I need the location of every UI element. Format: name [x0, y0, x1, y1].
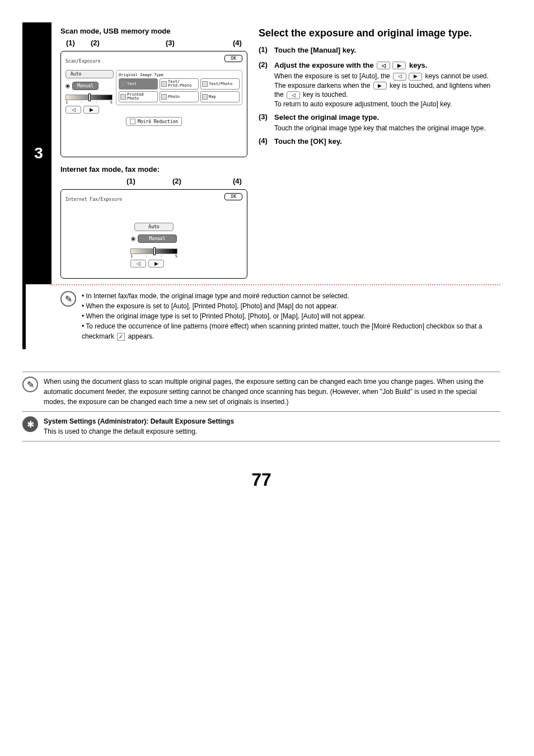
right-arrow-icon: ▶	[373, 82, 387, 90]
right-arrow-icon: ▶	[409, 73, 422, 81]
footer-note-1: When using the document glass to scan mu…	[44, 377, 500, 407]
left-arrow-icon: ◁	[377, 62, 390, 69]
gear-icon: ✱	[22, 416, 38, 432]
substep-1-title: Touch the [Manual] key.	[274, 45, 500, 55]
darken-button-2[interactable]: ▶	[148, 260, 164, 267]
exposure-bar	[65, 95, 113, 100]
mode-title-scan: Scan mode, USB memory mode	[60, 27, 247, 35]
type-photo[interactable]: Photo	[160, 91, 199, 102]
callout-4b: (4)	[233, 177, 242, 185]
type-text-prtd-photo[interactable]: Text/ Prtd.Photo	[160, 78, 199, 90]
manual-radio-icon-2	[131, 237, 135, 241]
right-arrow-icon: ▶	[392, 62, 406, 69]
scale-max: 5	[110, 100, 113, 105]
callout-2b: (2)	[172, 177, 181, 185]
manual-tab[interactable]: Manual	[72, 82, 99, 90]
ok-button-2[interactable]: OK	[224, 193, 242, 200]
note-list: In Internet fax/fax mode, the original i…	[82, 291, 495, 341]
scale-max-2: 5	[175, 254, 177, 259]
substep-3-num: (3)	[259, 112, 274, 133]
moire-reduction-checkbox[interactable]: Moiré Reduction	[126, 117, 182, 126]
type-text[interactable]: Text	[119, 78, 158, 90]
substep-4-title: Touch the [OK] key.	[274, 137, 500, 147]
manual-radio-icon	[65, 84, 70, 88]
step-heading: Select the exposure and original image t…	[259, 27, 500, 40]
type-printed-photo[interactable]: Printed Photo	[119, 91, 158, 102]
page-number: 77	[22, 469, 500, 490]
step-number: 3	[26, 22, 51, 284]
manual-tab-2[interactable]: Manual	[138, 234, 177, 243]
darken-button[interactable]: ▶	[83, 106, 99, 114]
ok-button[interactable]: OK	[224, 55, 242, 62]
type-map[interactable]: Map	[200, 91, 240, 102]
panel-header: Scan/Exposure	[65, 59, 101, 64]
scan-exposure-panel: Scan/Exposure OK Auto Manual 1··5 ◁	[60, 51, 247, 157]
lighten-button-2[interactable]: ◁	[130, 260, 146, 267]
mode-title-ifax: Internet fax mode, fax mode:	[60, 165, 247, 173]
original-image-type-box: Original Image Type Text Text/ Prtd.Phot…	[116, 70, 242, 105]
note-icon: ✎	[22, 377, 38, 392]
type-text-photo[interactable]: Text/Photo	[200, 78, 240, 90]
auto-tab-2[interactable]: Auto	[134, 223, 174, 231]
footer-note-2: System Settings (Administrator): Default…	[44, 416, 500, 436]
callout-3: (3)	[166, 39, 175, 47]
substep-4-num: (4)	[259, 137, 274, 148]
substep-2-num: (2)	[259, 60, 274, 109]
callout-1b: (1)	[127, 177, 135, 185]
substep-3-title: Select the original image type.	[274, 112, 500, 123]
left-arrow-icon: ◁	[393, 73, 406, 81]
exposure-bar-2	[130, 248, 177, 254]
note-icon: ✎	[60, 291, 76, 307]
substep-2-title: Adjust the exposure with the ◁▶ keys.	[274, 60, 500, 71]
panel-header-2: Internet Fax/Exposure	[65, 197, 122, 202]
substep-1-num: (1)	[259, 45, 274, 57]
callout-1: (1)	[66, 39, 75, 47]
substep-2-desc: When the exposure is set to [Auto], the …	[274, 72, 500, 109]
scale-min-2: 1	[130, 254, 133, 259]
callout-2: (2)	[91, 39, 100, 47]
scale-min: 1	[65, 100, 68, 105]
callout-4: (4)	[233, 39, 242, 47]
substep-3-desc: Touch the original image type key that m…	[274, 124, 500, 133]
orig-type-title: Original Image Type	[119, 73, 240, 77]
auto-tab[interactable]: Auto	[65, 70, 114, 78]
left-arrow-icon: ◁	[287, 91, 300, 99]
checkmark-icon: ✓	[117, 333, 125, 341]
lighten-button[interactable]: ◁	[65, 106, 81, 114]
ifax-exposure-panel: Internet Fax/Exposure OK Auto Manual 1··…	[60, 189, 247, 279]
